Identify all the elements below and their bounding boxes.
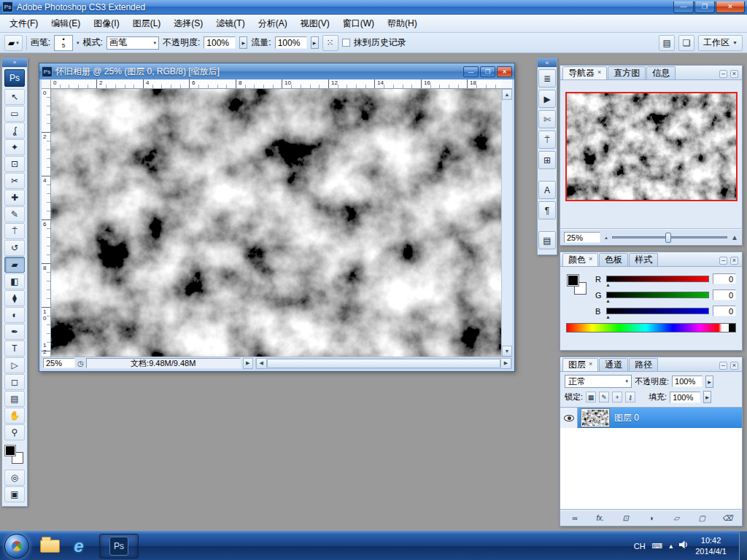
menu-layer[interactable]: 图层(L)	[126, 15, 168, 33]
actions-panel-icon[interactable]: ▶	[538, 90, 556, 108]
scrollbar-thumb[interactable]	[267, 359, 500, 368]
photoshop-taskbar-button[interactable]: Ps	[99, 534, 139, 559]
tab-close-icon[interactable]: ×	[589, 361, 592, 368]
green-slider[interactable]: ▲	[606, 292, 709, 298]
status-expand-icon[interactable]: ▶	[243, 358, 253, 369]
zoom-input[interactable]: 25%	[43, 358, 75, 368]
menu-view[interactable]: 视图(V)	[294, 15, 336, 33]
layer-row[interactable]: 图层 0	[560, 408, 742, 428]
tray-expand-icon[interactable]: ▴	[669, 542, 673, 550]
slider-thumb-icon[interactable]: ▲	[605, 314, 611, 319]
flow-input[interactable]: 100%	[275, 36, 307, 49]
tool-clone-stamp[interactable]: ⍑	[4, 223, 25, 239]
language-indicator[interactable]: CH	[634, 542, 646, 551]
timing-icon[interactable]: ◷	[77, 359, 84, 368]
vertical-scrollbar[interactable]: ▲ ▼	[501, 89, 512, 357]
link-layers-icon[interactable]: ∞	[568, 514, 582, 522]
blue-value-input[interactable]: 0	[713, 306, 736, 316]
character-panel-icon[interactable]: A	[538, 181, 556, 199]
animation-panel-icon[interactable]: ⊞	[538, 151, 556, 169]
slider-thumb[interactable]	[665, 233, 671, 243]
dock-collapse-icon[interactable]: «	[538, 58, 557, 67]
navigator-proxy-view[interactable]	[565, 92, 738, 201]
delete-layer-icon[interactable]: ⌫	[720, 514, 735, 522]
opacity-spinner[interactable]: ▶	[239, 36, 247, 49]
tool-history-brush[interactable]: ↺	[4, 240, 25, 256]
doc-minimize-button[interactable]: —	[463, 66, 479, 77]
zoom-out-icon[interactable]: ▲	[604, 236, 608, 240]
maximize-button[interactable]: ❐	[694, 1, 715, 13]
horizontal-scrollbar[interactable]: ◀ ▶	[255, 358, 512, 369]
panel-close-icon[interactable]: ×	[730, 257, 738, 265]
tool-lasso[interactable]: ʆ	[4, 122, 25, 139]
layers-opacity-input[interactable]: 100%	[672, 376, 703, 387]
tool-gradient[interactable]: ◧	[4, 273, 25, 289]
navigator-zoom-slider[interactable]	[612, 236, 727, 238]
scroll-right-icon[interactable]: ▶	[500, 358, 511, 369]
scroll-left-icon[interactable]: ◀	[256, 358, 267, 369]
quick-mask-button[interactable]: ◎	[4, 470, 25, 486]
paragraph-panel-icon[interactable]: ¶	[538, 201, 556, 219]
layer-style-icon[interactable]: fx.	[593, 514, 608, 522]
mode-select[interactable]: 画笔 ▾	[107, 36, 159, 50]
slider-thumb-icon[interactable]: ▲	[605, 298, 611, 303]
tab-histogram[interactable]: 直方图	[608, 66, 646, 79]
tool-quick-selection[interactable]: ✦	[4, 139, 25, 155]
tab-close-icon[interactable]: ×	[589, 256, 592, 263]
lock-all-icon[interactable]: ⚷	[625, 392, 635, 402]
menu-file[interactable]: 文件(F)	[3, 15, 44, 33]
menu-help[interactable]: 帮助(H)	[381, 15, 424, 33]
tool-dodge[interactable]: ◐	[4, 307, 25, 323]
brush-preset-picker[interactable]: • 5	[54, 35, 73, 51]
tab-layers[interactable]: 图层 ×	[562, 358, 598, 371]
tab-info[interactable]: 信息	[646, 66, 676, 79]
menu-analysis[interactable]: 分析(A)	[252, 15, 294, 33]
foreground-color-swatch[interactable]	[567, 274, 579, 287]
document-canvas[interactable]	[51, 89, 501, 357]
panel-minimize-icon[interactable]: ‒	[719, 257, 727, 265]
tool-move[interactable]: ↖	[4, 89, 25, 105]
menu-select[interactable]: 选择(S)	[167, 15, 209, 33]
lock-pixels-icon[interactable]: ✎	[599, 392, 609, 402]
tab-close-icon[interactable]: ×	[597, 69, 601, 77]
menu-filter[interactable]: 滤镜(T)	[209, 15, 251, 33]
tool-brush[interactable]: ✎	[4, 206, 25, 222]
adjustment-layer-icon[interactable]: ◑	[643, 514, 658, 522]
tab-navigator[interactable]: 导航器 ×	[562, 66, 607, 79]
palette-well-icon[interactable]: ▤	[659, 35, 675, 51]
navigator-zoom-input[interactable]: 25%	[564, 232, 600, 243]
tool-type[interactable]: T	[4, 341, 25, 357]
clone-source-panel-icon[interactable]: ⍑	[538, 131, 556, 149]
fill-spinner[interactable]: ▶	[703, 391, 711, 403]
blend-mode-select[interactable]: 正常 ▾	[565, 375, 632, 388]
close-button[interactable]: ✕	[716, 1, 745, 13]
layer-visibility-toggle[interactable]	[560, 408, 578, 428]
taskbar-clock[interactable]: 10:42 2014/4/1	[695, 535, 729, 556]
slider-thumb-icon[interactable]: ▲	[605, 282, 611, 287]
tab-color[interactable]: 颜色 ×	[562, 253, 598, 266]
layer-comps-panel-icon[interactable]: ▤	[538, 231, 556, 249]
show-desktop-button[interactable]	[739, 532, 747, 560]
panel-close-icon[interactable]: ×	[730, 362, 738, 370]
airbrush-toggle-icon[interactable]: ⁙	[322, 35, 338, 51]
blue-slider[interactable]: ▲	[606, 308, 709, 314]
red-value-input[interactable]: 0	[713, 273, 736, 284]
current-tool-preset[interactable]: ▰ ▾	[4, 35, 23, 51]
opacity-input[interactable]: 100%	[204, 36, 236, 49]
lock-transparency-icon[interactable]: ▦	[586, 392, 596, 402]
tool-notes[interactable]: ▤	[4, 391, 25, 407]
tool-eraser[interactable]: ▰	[4, 257, 25, 273]
internet-explorer-taskbar-icon[interactable]: e	[66, 534, 92, 558]
tool-spot-healing-brush[interactable]: ✚	[4, 190, 25, 206]
fill-input[interactable]: 100%	[670, 392, 700, 403]
volume-icon[interactable]	[679, 540, 689, 551]
new-group-icon[interactable]: ▱	[669, 514, 684, 522]
tab-channels[interactable]: 通道	[599, 358, 628, 371]
workspace-button[interactable]: 工作区 ▼	[698, 35, 743, 51]
tool-blur[interactable]: ⧫	[4, 290, 25, 306]
erase-to-history-checkbox[interactable]	[342, 39, 350, 47]
menu-window[interactable]: 窗口(W)	[336, 15, 381, 33]
tab-paths[interactable]: 路径	[629, 358, 658, 371]
tool-hand[interactable]: ✋	[4, 408, 25, 424]
panel-close-icon[interactable]: ×	[730, 70, 738, 78]
